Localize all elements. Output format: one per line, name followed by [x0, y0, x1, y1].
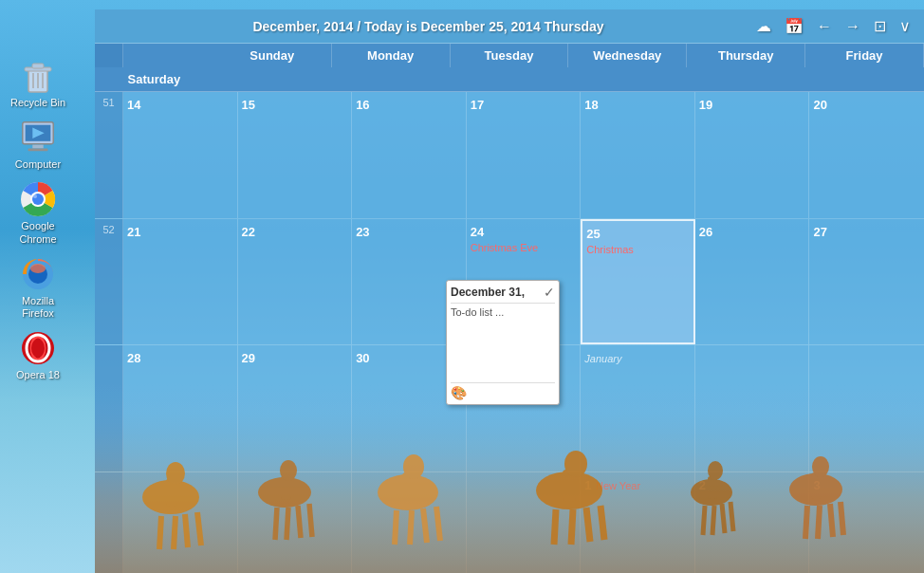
- new-year-event: New Year: [596, 480, 640, 491]
- google-chrome-icon[interactable]: Google Chrome: [5, 180, 71, 245]
- day-cell-jan-2[interactable]: 2: [695, 472, 810, 574]
- opera-label: Opera 18: [16, 369, 60, 381]
- day-cell-jan-label: January: [581, 345, 695, 471]
- calendar-button[interactable]: 📅: [781, 15, 807, 37]
- popup-content[interactable]: To-do list ...: [451, 306, 555, 382]
- svg-rect-2: [32, 64, 44, 68]
- calendar-title: December, 2014 / Today is December 25, 2…: [104, 19, 752, 34]
- popup-text: To-do list ...: [451, 306, 504, 318]
- google-chrome-label: Google Chrome: [5, 220, 71, 245]
- day-cell-15[interactable]: 15: [238, 92, 353, 218]
- day-cell-empty1[interactable]: [695, 345, 810, 471]
- day-cell-28[interactable]: 28: [123, 345, 238, 471]
- desktop-icons: Recycle Bin Computer: [0, 57, 76, 381]
- day-header-tuesday: Tuesday: [451, 44, 569, 67]
- day-cell-18[interactable]: 18: [581, 92, 695, 218]
- popup-check-icon[interactable]: ✓: [544, 285, 555, 300]
- day-header-friday: Friday: [805, 44, 924, 67]
- day-cell-22[interactable]: 22: [238, 219, 353, 345]
- svg-rect-8: [32, 145, 43, 149]
- svg-point-17: [30, 264, 46, 273]
- recycle-bin-image: [19, 57, 57, 95]
- calendar-header: December, 2014 / Today is December 25, 2…: [95, 9, 924, 44]
- cloud-button[interactable]: ☁: [752, 15, 775, 37]
- day-cell-jan-empty3[interactable]: [352, 472, 467, 574]
- popup-header: December 31, ✓: [451, 285, 555, 304]
- mozilla-firefox-icon[interactable]: Mozilla Firefox: [5, 255, 71, 320]
- day-header-monday: Monday: [332, 44, 451, 67]
- day-headers: Sunday Monday Tuesday Wednesday Thursday…: [95, 44, 924, 92]
- day-cell-jan-empty4[interactable]: [467, 472, 582, 574]
- screen-button[interactable]: ⊡: [870, 15, 890, 37]
- opera-icon[interactable]: Opera 18: [5, 329, 71, 381]
- week-num-52: 52: [95, 219, 123, 345]
- day-cell-jan-empty2[interactable]: [238, 472, 353, 574]
- back-button[interactable]: ←: [813, 16, 836, 37]
- week-row-jan: 1 New Year 2 3: [95, 472, 924, 574]
- day-header-sunday: Sunday: [213, 44, 332, 67]
- day-cell-27[interactable]: 27: [809, 219, 924, 345]
- forward-button[interactable]: →: [841, 16, 864, 37]
- day-header-saturday: Saturday: [95, 67, 213, 91]
- day-cell-17[interactable]: 17: [467, 92, 582, 218]
- computer-icon[interactable]: Computer: [5, 119, 71, 171]
- day-cell-21[interactable]: 21: [123, 219, 238, 345]
- christmas-event: Christmas: [586, 244, 690, 255]
- day-header-wednesday: Wednesday: [568, 44, 687, 67]
- mozilla-firefox-image: [19, 255, 57, 293]
- week-num-jan: [95, 472, 123, 574]
- week-num-last: [95, 345, 123, 471]
- day-cell-25-today[interactable]: 25 Christmas: [581, 219, 695, 345]
- popup-date: December 31,: [451, 286, 525, 299]
- day-cell-20[interactable]: 20: [809, 92, 924, 218]
- day-cell-26[interactable]: 26: [695, 219, 810, 345]
- day-cell-16[interactable]: 16: [352, 92, 467, 218]
- svg-rect-9: [28, 149, 48, 152]
- mozilla-firefox-label: Mozilla Firefox: [5, 295, 71, 320]
- day-cell-19[interactable]: 19: [695, 92, 810, 218]
- day-cell-jan-3[interactable]: 3: [809, 472, 924, 574]
- opera-image: [19, 329, 57, 367]
- computer-label: Computer: [15, 158, 61, 171]
- svg-point-14: [33, 194, 37, 198]
- recycle-bin-icon[interactable]: Recycle Bin: [5, 57, 71, 109]
- google-chrome-image: [19, 180, 57, 218]
- day-header-thursday: Thursday: [687, 44, 805, 67]
- popup-footer: 🎨: [451, 382, 555, 400]
- paint-icon[interactable]: 🎨: [451, 385, 467, 400]
- event-popup[interactable]: December 31, ✓ To-do list ... 🎨: [446, 280, 560, 405]
- computer-image: [19, 119, 57, 157]
- recycle-bin-label: Recycle Bin: [10, 97, 65, 109]
- week-row-51: 51 14 15 16 17 18 19 20: [95, 92, 924, 219]
- day-cell-jan-1[interactable]: 1 New Year: [581, 472, 695, 574]
- week-num-51: 51: [95, 92, 123, 218]
- christmas-eve-event: Christmas Eve: [471, 242, 577, 253]
- down-button[interactable]: ∨: [896, 15, 915, 37]
- calendar-controls: ☁ 📅 ← → ⊡ ∨: [752, 15, 915, 37]
- day-cell-jan-empty1[interactable]: [123, 472, 238, 574]
- day-cell-29[interactable]: 29: [238, 345, 353, 471]
- january-label: January: [584, 353, 621, 364]
- day-cell-empty2[interactable]: [809, 345, 924, 471]
- svg-point-22: [31, 339, 45, 358]
- day-cell-14[interactable]: 14: [123, 92, 238, 218]
